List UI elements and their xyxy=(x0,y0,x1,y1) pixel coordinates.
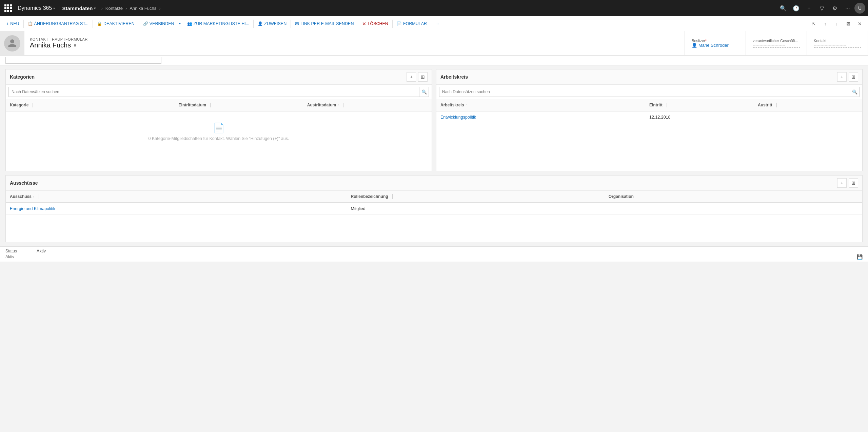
ausschuesse-spacer xyxy=(6,215,862,242)
kategorien-section: Kategorien + ⊞ 🔍 Kategorie Eintritts xyxy=(5,69,432,171)
email-link-button[interactable]: ✉ LINK PER E-MAIL SENDEN xyxy=(292,16,357,31)
ausschuss-link[interactable]: Energie und Klimapolitik xyxy=(10,206,55,211)
kategorien-col-kategorie: Kategorie xyxy=(6,101,175,109)
nav-icon-group: 🔍 🕐 + ▽ ⚙ ··· U xyxy=(777,2,865,14)
change-request-icon: 📋 xyxy=(28,21,33,26)
command-toolbar: + NEU 📋 ÄNDERUNGSANTRAG ST... 🔒 DEAKTIVI… xyxy=(0,16,868,31)
status-bar: Status Aktiv Aktiv 💾 xyxy=(0,246,868,262)
arbeitskreis-header: Arbeitskreis + ⊞ xyxy=(436,69,862,85)
search-icon[interactable]: 🔍 xyxy=(777,2,789,14)
responsible-empty[interactable]: ------------------------ xyxy=(753,43,800,48)
assign-icon: 👤 xyxy=(258,21,263,26)
ausschuesse-col-rolle: Rollenbezeichnung xyxy=(347,193,605,200)
owner-person-icon: 👤 xyxy=(692,43,697,48)
status-label: Status xyxy=(5,249,33,253)
top-navigation: Dynamics 365 ▾ Stammdaten ▾ › Kontakte ›… xyxy=(0,0,868,16)
deactivate-button[interactable]: 🔒 DEAKTIVIEREN xyxy=(94,16,138,31)
record-menu-icon[interactable]: ≡ xyxy=(74,43,76,48)
close-icon[interactable]: ✕ xyxy=(854,18,865,29)
save-icon[interactable]: 💾 xyxy=(857,254,863,260)
kategorien-add-button[interactable]: + xyxy=(407,72,416,82)
contact-field: Kontakt ------------------------ xyxy=(807,31,868,55)
austritt-sort-icon: ↑ xyxy=(337,103,339,107)
arbeitskreis-section: Arbeitskreis + ⊞ 🔍 Arbeitskreis ↑ xyxy=(436,69,863,171)
record-avatar-container xyxy=(0,31,24,55)
marketing-icon: 👥 xyxy=(187,21,192,26)
arbeitskreis-add-button[interactable]: + xyxy=(837,72,847,82)
kategorien-search-row: 🔍 xyxy=(6,85,432,99)
change-request-button[interactable]: 📋 ÄNDERUNGSANTRAG ST... xyxy=(24,16,92,31)
arbeitskreis-title: Arbeitskreis xyxy=(440,74,837,80)
delete-icon: ✕ xyxy=(362,21,366,26)
kategorien-search-button[interactable]: 🔍 xyxy=(419,87,429,97)
top-filler-input[interactable] xyxy=(5,57,161,64)
share-icon[interactable]: ⇱ xyxy=(808,18,819,29)
down-icon[interactable]: ↓ xyxy=(831,18,842,29)
arbeitskreis-col-eintritt: Eintritt xyxy=(645,101,754,109)
arbeitskreis-row-0: Entwicklungspolitik 12.12.2018 xyxy=(436,111,862,123)
owner-value[interactable]: 👤 Marie Schröder xyxy=(692,43,739,48)
connect-chevron[interactable]: ▾ xyxy=(178,16,182,31)
ausschuesse-section: Ausschüsse + ⊞ Ausschuss ↑ Rollenbezeich… xyxy=(5,175,863,242)
new-icon: + xyxy=(6,21,9,26)
up-icon[interactable]: ↑ xyxy=(820,18,831,29)
filter-icon[interactable]: ▽ xyxy=(816,2,828,14)
status-value: Aktiv xyxy=(37,249,46,253)
ausschuesse-grid-header: Ausschuss ↑ Rollenbezeichnung Organisati… xyxy=(6,191,862,203)
ausschuesse-add-button[interactable]: + xyxy=(837,178,847,188)
ausschuesse-col-name: Ausschuss ↑ xyxy=(6,193,347,200)
connect-button[interactable]: 🔗 VERBINDEN xyxy=(140,16,178,31)
ausschuss-cell-org xyxy=(605,207,862,210)
marketing-button[interactable]: 👥 ZUR MARKETINGLISTE HI... xyxy=(184,16,253,31)
assign-button[interactable]: 👤 ZUWEISEN xyxy=(254,16,290,31)
breadcrumb-sep1: › xyxy=(101,6,102,11)
breadcrumb-kontakte[interactable]: Kontakte xyxy=(105,6,123,11)
settings-icon[interactable]: ⚙ xyxy=(829,2,841,14)
contact-empty[interactable]: ------------------------ xyxy=(814,43,861,48)
ausschuss-cell-rolle: Mitglied xyxy=(347,205,605,212)
nav-module[interactable]: Stammdaten ▾ xyxy=(59,5,98,11)
breadcrumb-annika[interactable]: Annika Fuchs xyxy=(130,6,156,11)
arbeitskreis-search-input[interactable] xyxy=(439,88,850,96)
history-icon[interactable]: 🕐 xyxy=(790,2,802,14)
ausschuesse-title: Ausschüsse xyxy=(10,180,837,186)
arbeitskreis-link[interactable]: Entwicklungspolitik xyxy=(440,115,476,120)
breadcrumb-sep2: › xyxy=(125,6,127,11)
top-filler-section xyxy=(0,56,868,65)
contact-avatar xyxy=(4,35,20,52)
form-button[interactable]: 📄 FORMULAR xyxy=(393,16,430,31)
app-title[interactable]: Dynamics 365 ▾ xyxy=(15,5,58,11)
responsible-field: verantwortlicher Geschäft... -----------… xyxy=(746,31,807,55)
status-row-2: Aktiv 💾 xyxy=(5,254,863,260)
owner-field: Besitzer* 👤 Marie Schröder xyxy=(685,31,746,55)
waffle-menu[interactable] xyxy=(3,3,14,14)
arbeitskreis-sort-icon: ↑ xyxy=(465,103,467,107)
email-link-icon: ✉ xyxy=(295,21,299,26)
kategorien-col-eintritt: Eintrittsdatum xyxy=(175,101,303,109)
delete-button[interactable]: ✕ LÖSCHEN xyxy=(359,16,391,31)
main-content: Kategorien + ⊞ 🔍 Kategorie Eintritts xyxy=(0,56,868,432)
ausschuesse-grid-button[interactable]: ⊞ xyxy=(849,178,858,188)
breadcrumb-sep3: › xyxy=(159,6,160,11)
arbeitskreis-search-row: 🔍 xyxy=(436,85,862,99)
pin-icon[interactable]: ⊠ xyxy=(843,18,854,29)
arbeitskreis-grid-button[interactable]: ⊞ xyxy=(849,72,858,82)
kategorien-header: Kategorien + ⊞ xyxy=(6,69,432,85)
kategorien-search-input[interactable] xyxy=(9,88,419,96)
more-button[interactable]: ··· xyxy=(432,16,442,31)
new-button[interactable]: + NEU xyxy=(3,16,23,31)
add-icon[interactable]: + xyxy=(803,2,815,14)
record-header: KONTAKT : HAUPTFORMULAR Annika Fuchs ≡ B… xyxy=(0,31,868,56)
ausschuesse-col-org: Organisation xyxy=(605,193,862,200)
section-row-1: Kategorien + ⊞ 🔍 Kategorie Eintritts xyxy=(5,69,863,171)
connect-icon: 🔗 xyxy=(143,21,148,26)
kategorien-grid-button[interactable]: ⊞ xyxy=(418,72,428,82)
kategorien-empty-state: 📄 0 Kategorie-Mitgliedschaften für Konta… xyxy=(6,111,432,152)
person-icon xyxy=(7,39,17,48)
breadcrumb: › Kontakte › Annika Fuchs › xyxy=(100,6,162,11)
aktiv-label: Aktiv xyxy=(5,254,33,259)
avatar[interactable]: U xyxy=(854,3,865,14)
arbeitskreis-search-button[interactable]: 🔍 xyxy=(850,87,859,97)
ausschuesse-row-0: Energie und Klimapolitik Mitglied xyxy=(6,203,862,215)
more-icon[interactable]: ··· xyxy=(842,2,854,14)
